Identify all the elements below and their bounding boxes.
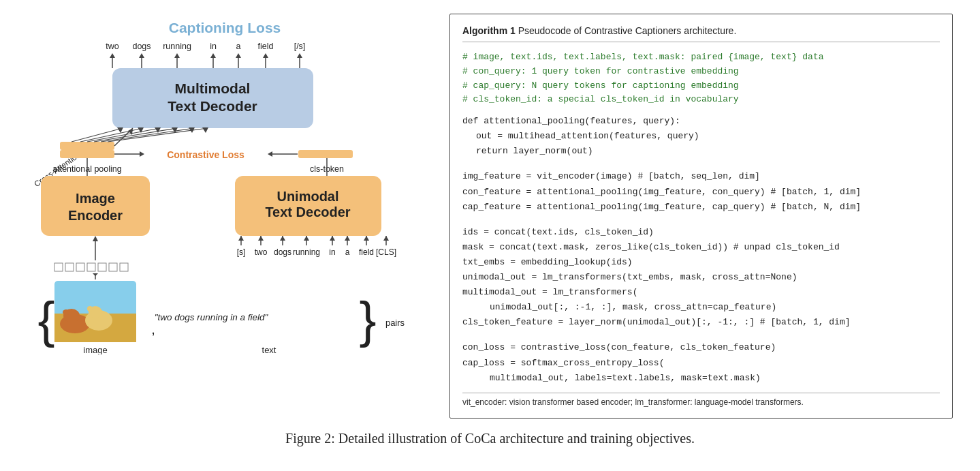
svg-rect-88	[109, 263, 117, 271]
svg-text:Text Decoder: Text Decoder	[168, 98, 257, 114]
code-line-1: out = multihead_attention(features, quer…	[462, 129, 940, 144]
svg-text:pairs: pairs	[385, 318, 405, 328]
code-line-6: ids = concat(text.ids, cls_token_id)	[462, 225, 940, 240]
svg-marker-39	[202, 127, 208, 133]
svg-text:Unimodal: Unimodal	[276, 189, 338, 204]
architecture-diagram: Captioning Loss two dogs running in a fi…	[34, 14, 415, 354]
svg-marker-20	[297, 53, 302, 58]
svg-marker-18	[263, 53, 268, 58]
svg-text:Image: Image	[76, 191, 115, 206]
svg-marker-78	[364, 236, 369, 241]
code-line-5: cap_feature = attentional_pooling(img_fe…	[462, 200, 940, 215]
svg-text:Text Decoder: Text Decoder	[265, 204, 350, 219]
code-line-9: unimodal_out = lm_transformers(txt_embs,…	[462, 270, 940, 285]
svg-marker-80	[383, 236, 389, 241]
svg-text:image: image	[83, 345, 107, 354]
svg-text:[/s]: [/s]	[294, 42, 306, 51]
code-line-0: def attentional_pooling(features, query)…	[462, 114, 940, 129]
svg-marker-29	[117, 127, 123, 133]
svg-text:Encoder: Encoder	[68, 208, 123, 223]
svg-marker-72	[304, 236, 309, 241]
algo-comment-2: # con_query: 1 query token for contrasti…	[462, 65, 940, 79]
svg-rect-46	[298, 150, 353, 158]
algo-comment-3: # cap_query: N query tokens for captioni…	[462, 79, 940, 93]
svg-text:field: field	[359, 247, 374, 257]
code-line-14: cap_loss = softmax_cross_entropy_loss(	[462, 356, 940, 371]
code-line-13: con_loss = contrastive_loss(con_feature,…	[462, 340, 940, 355]
svg-point-99	[87, 306, 93, 312]
svg-point-96	[63, 309, 69, 315]
code-line-11: unimodal_out[:, :-1, :], mask, cross_att…	[462, 300, 940, 315]
svg-text:field: field	[258, 42, 274, 51]
svg-rect-89	[120, 263, 128, 271]
diagram-section: Captioning Loss two dogs running in a fi…	[27, 14, 422, 354]
svg-rect-25	[60, 142, 114, 150]
main-content: Captioning Loss two dogs running in a fi…	[27, 14, 953, 419]
svg-text:in: in	[329, 247, 335, 257]
code-line-15: multimodal_out, labels=text.labels, mask…	[462, 371, 940, 386]
algorithm-code: def attentional_pooling(features, query)…	[462, 114, 940, 386]
svg-text:}: }	[359, 291, 376, 348]
svg-text:running: running	[293, 247, 320, 257]
svg-rect-84	[65, 263, 74, 271]
svg-text:text: text	[262, 345, 276, 354]
svg-rect-83	[54, 263, 63, 271]
svg-marker-10	[139, 53, 144, 58]
svg-marker-91	[93, 273, 98, 276]
algorithm-comments: # image, text.ids, text.labels, text.mas…	[462, 50, 940, 107]
algorithm-footer: vit_encoder: vision transformer based en…	[462, 393, 940, 407]
code-line-10: multimodal_out = lm_transformers(	[462, 285, 940, 300]
svg-marker-16	[236, 53, 241, 58]
code-line-8: txt_embs = embedding_lookup(ids)	[462, 255, 940, 270]
svg-text:Multimodal: Multimodal	[175, 80, 251, 96]
algorithm-title-bold: Algorithm 1	[462, 25, 516, 36]
code-line-3: img_feature = vit_encoder(image) # [batc…	[462, 169, 940, 184]
svg-rect-85	[76, 263, 84, 271]
algorithm-title-text: Pseudocode of Contrastive Captioners arc…	[516, 25, 737, 36]
svg-marker-42	[140, 151, 144, 157]
algo-comment-1: # image, text.ids, text.labels, text.mas…	[462, 50, 940, 65]
svg-text:running: running	[163, 42, 191, 51]
svg-text:[CLS]: [CLS]	[376, 247, 396, 257]
footer-text: vit_encoder: vision transformer based en…	[462, 397, 804, 407]
code-line-2: return layer_norm(out)	[462, 144, 940, 159]
svg-rect-86	[87, 263, 95, 271]
svg-marker-70	[280, 236, 285, 241]
captioning-loss-label: Captioning Loss	[169, 20, 281, 35]
svg-marker-74	[330, 236, 335, 241]
svg-rect-87	[98, 263, 106, 271]
svg-marker-33	[155, 127, 161, 133]
figure-caption: Figure 2: Detailed illustration of CoCa …	[27, 431, 953, 446]
svg-marker-68	[258, 236, 264, 241]
svg-text:{: {	[37, 291, 54, 348]
svg-marker-12	[174, 53, 180, 58]
svg-text:"two dogs running in a field": "two dogs running in a field"	[155, 312, 269, 322]
svg-marker-82	[93, 236, 98, 241]
svg-text:dogs: dogs	[132, 42, 151, 51]
algo-comment-4: # cls_token_id: a special cls_token_id i…	[462, 93, 940, 107]
svg-text:two: two	[255, 247, 268, 257]
svg-marker-76	[345, 236, 350, 241]
svg-text:two: two	[106, 42, 119, 51]
svg-marker-14	[210, 53, 216, 58]
svg-text:a: a	[236, 42, 241, 51]
code-line-12: cls_token_feature = layer_norm(unimodal_…	[462, 315, 940, 330]
svg-text:[s]: [s]	[237, 247, 246, 257]
svg-rect-40	[60, 150, 114, 158]
code-line-7: mask = concat(text.mask, zeros_like(cls_…	[462, 240, 940, 255]
figure-caption-text: Figure 2: Detailed illustration of CoCa …	[285, 431, 695, 446]
algorithm-title: Algorithm 1 Pseudocode of Contrastive Ca…	[462, 25, 940, 42]
svg-marker-45	[268, 151, 272, 157]
svg-rect-51	[41, 176, 150, 236]
code-line-4: con_feature = attentional_pooling(img_fe…	[462, 185, 940, 200]
svg-text:dogs: dogs	[274, 247, 291, 257]
svg-marker-8	[110, 53, 115, 58]
svg-text:a: a	[345, 247, 350, 257]
svg-marker-66	[238, 236, 244, 241]
svg-text:Contrastive Loss: Contrastive Loss	[167, 149, 244, 160]
algorithm-section: Algorithm 1 Pseudocode of Contrastive Ca…	[449, 14, 953, 419]
svg-text:,: ,	[151, 322, 155, 337]
svg-text:in: in	[210, 42, 217, 51]
